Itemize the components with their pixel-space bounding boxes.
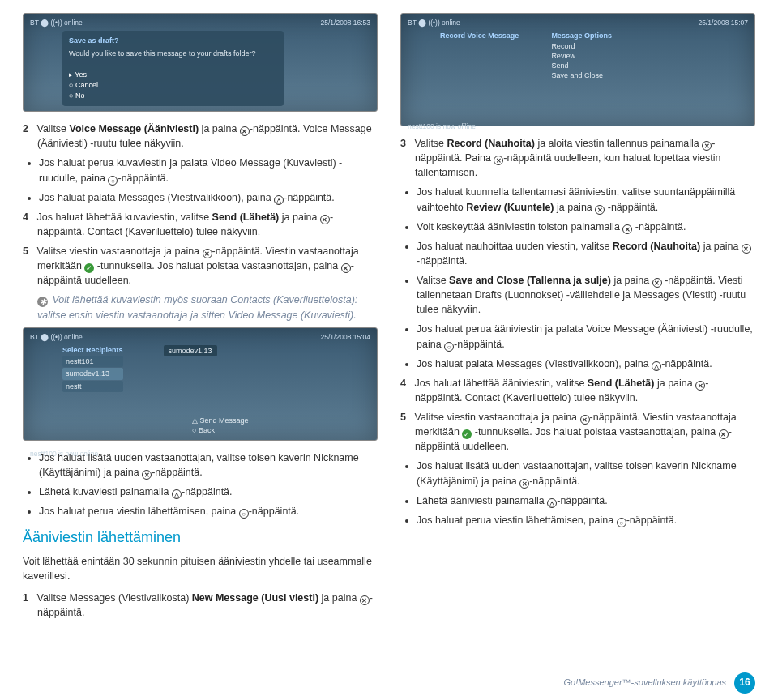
opt-send[interactable]: Send (551, 61, 612, 70)
circle-icon: ○ (239, 509, 249, 519)
triangle-icon: △ (547, 498, 557, 508)
x-icon: ✕ (742, 244, 751, 254)
bullet-cancel-voice: Jos haluat perua ääniviestin ja palata V… (417, 322, 755, 351)
x-icon: ✕ (240, 126, 250, 136)
bullet-stop-play: Voit keskeyttää ääniviestin toiston pain… (417, 220, 755, 234)
heading-voice-send: Ääniviestin lähettäminen (23, 527, 378, 548)
triangle-icon: △ (172, 489, 182, 499)
scr1-tr: 25/1/2008 16:53 (321, 19, 370, 28)
dialog-title: Save as draft? (69, 36, 277, 45)
bullet-save-close: Valitse Save and Close (Tallenna ja sulj… (417, 273, 755, 317)
step-5-select: 5 Valitse viestin vastaanottaja ja paina… (37, 244, 378, 288)
footer-text: Go!Messenger™-sovelluksen käyttöopas (563, 677, 726, 689)
recipients-header: Select Recipients (62, 345, 123, 355)
x-icon: ✕ (695, 381, 705, 391)
circle-icon: ○ (444, 342, 454, 352)
bullet-back-messages: Jos haluat palata Messages (Viestivalikk… (39, 190, 378, 205)
scr3-tr: 25/1/2008 15:04 (321, 333, 370, 342)
step-4r-send: 4 Jos haluat lähettää ääniviestin, valit… (415, 376, 755, 405)
bullet-send-video: Lähetä kuvaviesti painamalla △-näppäintä… (39, 484, 378, 499)
voice-lead: Voit lähettää enintään 30 sekunnin pitui… (23, 554, 378, 583)
bullet-send-voice: Lähetä ääniviesti painamalla △-näppäintä… (417, 493, 755, 508)
x-icon: ✕ (652, 278, 662, 288)
x-icon: ✕ (360, 595, 370, 605)
scr2-tr: 25/1/2008 15:07 (699, 19, 748, 28)
page-columns: BT ⬤ ((•)) online 25/1/2008 16:53 Save a… (0, 0, 778, 625)
opt-review[interactable]: Review (551, 51, 612, 61)
step-2-voice: 2 Valitse Voice Message (Ääniviesti) ja … (37, 122, 378, 151)
bullet-rerecord: Jos haluat nauhoittaa uuden viestin, val… (417, 239, 755, 268)
bullet-cancel-send-r: Jos haluat perua viestin lähettämisen, p… (417, 513, 755, 527)
bullet-add-recipient: Jos haluat lisätä uuden vastaanottajan, … (39, 450, 378, 480)
bullets-c: Jos haluat kuunnella tallentamasi äänivi… (400, 185, 755, 370)
opt-record[interactable]: Record (551, 41, 612, 51)
draft-dialog: Save as draft? Would you like to save th… (62, 31, 284, 106)
step-5r-select: 5 Valitse viestin vastaanottaja ja paina… (415, 410, 755, 454)
back-btn[interactable]: ○ Back (192, 425, 370, 435)
scr1-tl: BT ⬤ ((•)) online (30, 19, 83, 28)
x-icon: ✕ (203, 249, 212, 258)
send-message-btn[interactable]: △ Send Message (192, 416, 370, 425)
x-icon: ✕ (142, 470, 152, 480)
step-3-record: 3 Valitse Record (Nauhoita) ja aloita vi… (415, 136, 755, 180)
note-direct-send: ✱ Voit lähettää kuvaviestin myös suoraan… (37, 292, 378, 322)
check-icon: ✓ (462, 429, 472, 439)
recipient-row[interactable]: nestt101 (62, 356, 123, 367)
screenshot-recipients: BT ⬤ ((•)) online 25/1/2008 15:04 Select… (23, 327, 378, 441)
record-title: Record Voice Message (440, 31, 519, 41)
circle-icon: ○ (108, 176, 118, 186)
bullet-review: Jos haluat kuunnella tallentamasi äänivi… (417, 185, 755, 214)
triangle-icon: △ (652, 361, 661, 371)
opt-yes[interactable]: ▸ Yes (69, 70, 277, 79)
triangle-icon: △ (274, 195, 284, 205)
recipient-row[interactable]: nestt (62, 381, 123, 392)
bullet-back-msgs: Jos haluat palata Messages (Viestivalikk… (417, 356, 755, 371)
bullet-add-recipient-r: Jos haluat lisätä uuden vastaanottajan, … (417, 459, 755, 488)
circle-icon: ○ (617, 518, 626, 527)
recipient-row[interactable]: sumodev1.13 (62, 368, 123, 379)
x-icon: ✕ (595, 205, 605, 215)
star-icon: ✱ (37, 297, 48, 307)
recipient-tag: sumodev1.13 (164, 345, 217, 356)
step-4-send: 4 Jos haluat lähettää kuvaviestin, valit… (37, 210, 378, 239)
scr2-footnote: nestt100 is now offline (408, 122, 748, 131)
bullets-a: Jos haluat perua kuvaviestin ja palata V… (23, 156, 378, 204)
left-column: BT ⬤ ((•)) online 25/1/2008 16:53 Save a… (23, 8, 378, 625)
screenshot-save-draft: BT ⬤ ((•)) online 25/1/2008 16:53 Save a… (23, 13, 378, 112)
x-icon: ✕ (580, 415, 590, 425)
right-column: BT ⬤ ((•)) online 25/1/2008 15:07 Record… (400, 8, 755, 625)
bullet-cancel-video: Jos haluat perua kuvaviestin ja palata V… (39, 156, 378, 185)
screenshot-record-voice: BT ⬤ ((•)) online 25/1/2008 15:07 Record… (400, 13, 755, 126)
x-icon: ✕ (622, 224, 632, 234)
scr2-tl: BT ⬤ ((•)) online (408, 19, 460, 28)
opt-no[interactable]: ○ No (69, 91, 277, 100)
x-icon: ✕ (320, 215, 330, 224)
x-icon: ✕ (719, 429, 729, 439)
bullets-b: Jos haluat lisätä uuden vastaanottajan, … (23, 450, 378, 519)
x-icon: ✕ (341, 263, 351, 273)
page-footer: Go!Messenger™-sovelluksen käyttöopas 16 (563, 672, 755, 694)
bullet-cancel-send: Jos haluat perua viestin lähettämisen, p… (39, 504, 378, 519)
bullets-d: Jos haluat lisätä uuden vastaanottajan, … (400, 459, 755, 527)
opt-save-close[interactable]: Save and Close (551, 70, 612, 80)
x-icon: ✕ (519, 479, 529, 489)
scr3-tl: BT ⬤ ((•)) online (30, 333, 83, 342)
step-1-new-msg: 1 Valitse Messages (Viestivalikosta) New… (37, 591, 378, 620)
x-icon: ✕ (702, 141, 712, 151)
dialog-text: Would you like to save this message to y… (69, 49, 277, 58)
check-icon: ✓ (84, 263, 94, 273)
page-number: 16 (734, 672, 755, 694)
x-icon: ✕ (494, 156, 503, 165)
options-title: Message Options (551, 31, 612, 41)
opt-cancel[interactable]: ○ Cancel (69, 80, 277, 90)
